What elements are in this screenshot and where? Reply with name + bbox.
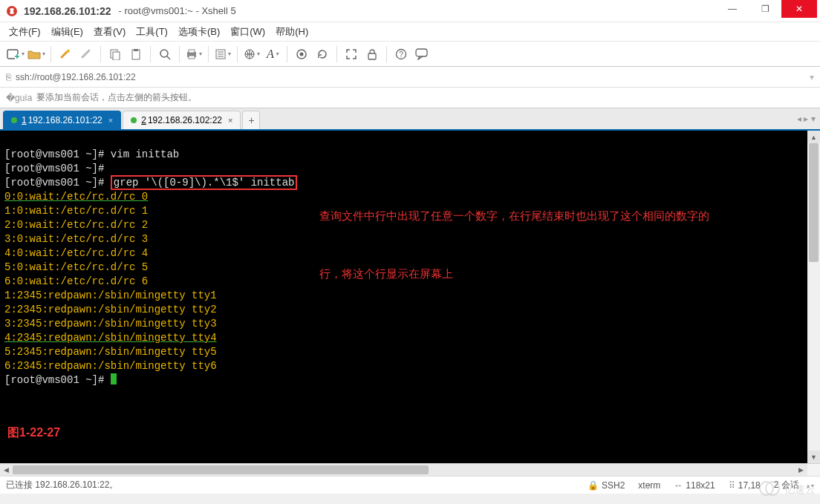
address-bar[interactable]: ⎘ ssh://root@192.168.26.101:22 ▾ bbox=[0, 67, 820, 88]
speech-icon[interactable] bbox=[412, 45, 432, 64]
output-line: 1:0:wait:/etc/rc.d/rc 1 bbox=[4, 205, 148, 217]
properties-icon[interactable]: ▾ bbox=[213, 45, 232, 64]
output-line: 5:2345:redpawn:/sbin/mingetty tty5 bbox=[4, 346, 217, 358]
chevron-down-icon[interactable]: ▾ bbox=[810, 72, 814, 82]
output-line: 6:2345:redpawn:/sbin/mingetty tty6 bbox=[4, 360, 217, 372]
scroll-thumb[interactable] bbox=[809, 143, 819, 262]
title-rest: - root@vms001:~ - Xshell 5 bbox=[119, 5, 716, 16]
separator bbox=[100, 46, 101, 62]
menu-file[interactable]: 文件(F) bbox=[9, 25, 41, 39]
svg-text:?: ? bbox=[399, 50, 403, 59]
status-dot-icon bbox=[11, 117, 17, 123]
help-icon[interactable]: ? bbox=[391, 45, 411, 64]
output-line: 4:2345:redpawn:/sbin/mingetty tty4 bbox=[4, 332, 217, 344]
output-line: 6:0:wait:/etc/rc.d/rc 6 bbox=[4, 275, 148, 287]
lock-icon: 🔒 bbox=[588, 480, 599, 491]
separator bbox=[150, 46, 151, 62]
scroll-left-icon[interactable]: ◀ bbox=[0, 464, 13, 476]
paste-icon[interactable] bbox=[126, 45, 146, 64]
app-icon bbox=[6, 5, 18, 17]
terminal-area: [root@vms001 ~]# vim inittab [root@vms00… bbox=[0, 131, 820, 463]
lock-icon[interactable] bbox=[362, 45, 382, 64]
menu-view[interactable]: 查看(V) bbox=[94, 25, 126, 39]
address-text: ssh://root@192.168.26.101:22 bbox=[16, 72, 136, 82]
separator bbox=[51, 46, 51, 62]
title-ip: 192.168.26.101:22 bbox=[24, 5, 111, 17]
disconnect-icon[interactable] bbox=[77, 45, 96, 64]
search-icon[interactable] bbox=[155, 45, 175, 64]
cursor bbox=[111, 373, 117, 384]
grid-icon: ↔ bbox=[674, 480, 683, 491]
status-size: ↔118x21 bbox=[674, 480, 715, 491]
scroll-right-icon[interactable]: ▶ bbox=[795, 464, 807, 476]
separator bbox=[336, 46, 337, 62]
menu-edit[interactable]: 编辑(E) bbox=[51, 25, 83, 39]
close-icon[interactable]: × bbox=[228, 116, 232, 125]
status-cursor-pos: ⠿17,18 bbox=[729, 480, 761, 491]
svg-rect-11 bbox=[189, 56, 195, 59]
status-protocol: 🔒SSH2 bbox=[588, 480, 625, 491]
link-icon: ⎘ bbox=[6, 72, 11, 82]
menu-tabs[interactable]: 选项卡(B) bbox=[178, 25, 220, 39]
add-tab-button[interactable]: + bbox=[242, 111, 260, 129]
print-icon[interactable]: ▾ bbox=[184, 45, 204, 64]
svg-rect-10 bbox=[189, 50, 195, 53]
prompt: [root@vms001 ~]# vim inittab bbox=[4, 148, 179, 160]
title-bar: 192.168.26.101:22 - root@vms001:~ - Xshe… bbox=[0, 0, 820, 22]
arrow-icon[interactable]: �guía bbox=[6, 93, 32, 103]
output-line: 5:0:wait:/etc/rc.d/rc 5 bbox=[4, 261, 148, 273]
fullscreen-icon[interactable] bbox=[342, 45, 361, 64]
menu-tools[interactable]: 工具(T) bbox=[136, 25, 168, 39]
copy-icon[interactable] bbox=[105, 45, 125, 64]
open-folder-icon[interactable]: ▾ bbox=[27, 45, 46, 64]
scroll-corner bbox=[807, 464, 820, 476]
prev-tab-icon[interactable]: ◂ ▸ bbox=[797, 114, 808, 124]
svg-point-15 bbox=[300, 52, 304, 56]
svg-rect-19 bbox=[416, 49, 427, 56]
close-button[interactable]: ✕ bbox=[781, 0, 817, 18]
menu-bar: 文件(F) 编辑(E) 查看(V) 工具(T) 选项卡(B) 窗口(W) 帮助(… bbox=[0, 22, 820, 42]
separator bbox=[386, 46, 387, 62]
figure-label: 图1-22-27 bbox=[7, 423, 60, 442]
reconnect-icon[interactable] bbox=[56, 45, 75, 64]
menu-window[interactable]: 窗口(W) bbox=[230, 25, 265, 39]
separator bbox=[179, 46, 180, 62]
new-session-icon[interactable]: ▾ bbox=[6, 45, 25, 64]
scroll-thumb[interactable] bbox=[13, 465, 429, 474]
scroll-up-icon[interactable]: ▲ bbox=[807, 131, 820, 143]
status-term: xterm bbox=[638, 480, 660, 491]
status-bar: 已连接 192.168.26.101:22。 🔒SSH2 xterm ↔118x… bbox=[0, 476, 820, 494]
output-line: 2:2345:redpawn:/sbin/mingetty tty2 bbox=[4, 304, 217, 315]
output-line: 4:0:wait:/etc/rc.d/rc 4 bbox=[4, 247, 148, 259]
svg-rect-5 bbox=[113, 52, 120, 60]
session-icon[interactable] bbox=[292, 45, 311, 64]
font-icon[interactable]: A▾ bbox=[263, 45, 282, 64]
hint-text: 要添加当前会话，点击左侧的箭头按钮。 bbox=[36, 91, 197, 104]
tab-bar: 1192.168.26.101:22 × 2192.168.26.102:22 … bbox=[0, 108, 820, 131]
menu-help[interactable]: 帮助(H) bbox=[276, 25, 308, 39]
prompt: [root@vms001 ~]# bbox=[4, 374, 117, 386]
status-dot-icon bbox=[131, 117, 137, 123]
refresh-icon[interactable] bbox=[313, 45, 332, 64]
tab-nav: ◂ ▸ ▾ bbox=[797, 108, 820, 129]
pos-icon: ⠿ bbox=[729, 480, 735, 491]
globe-icon[interactable]: ▾ bbox=[242, 45, 261, 64]
tab-session-2[interactable]: 2192.168.26.102:22 × bbox=[123, 111, 241, 129]
output-line: 0:0:wait:/etc/rc.d/rc 0 bbox=[4, 191, 148, 203]
scroll-down-icon[interactable]: ▼ bbox=[807, 451, 820, 463]
scrollbar[interactable]: ▲ ▼ bbox=[807, 131, 820, 463]
close-icon[interactable]: × bbox=[108, 116, 113, 125]
svg-point-3 bbox=[67, 50, 70, 53]
svg-rect-16 bbox=[368, 53, 376, 59]
terminal[interactable]: [root@vms001 ~]# vim inittab [root@vms00… bbox=[0, 131, 807, 463]
tab-menu-icon[interactable]: ▾ bbox=[811, 114, 816, 124]
output-line: 1:2345:redpawn:/sbin/mingetty tty1 bbox=[4, 289, 217, 301]
output-line: 2:0:wait:/etc/rc.d/rc 2 bbox=[4, 219, 148, 231]
h-scrollbar[interactable]: ◀ ▶ bbox=[0, 463, 820, 476]
separator bbox=[287, 46, 287, 62]
minimize-button[interactable]: — bbox=[716, 0, 749, 18]
tab-session-1[interactable]: 1192.168.26.101:22 × bbox=[3, 111, 121, 129]
maximize-button[interactable]: ❐ bbox=[749, 0, 781, 18]
watermark: 亿速云 bbox=[758, 478, 814, 501]
grep-command-highlight: grep '\([0-9]\).*\1$' inittab bbox=[111, 175, 298, 190]
